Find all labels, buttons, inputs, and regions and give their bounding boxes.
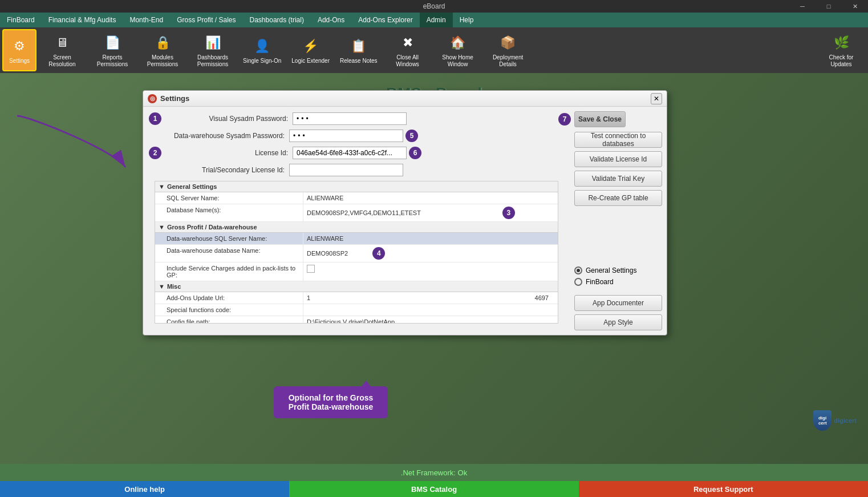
single-sign-on-label: Single Sign-On	[243, 58, 281, 64]
settings-icon: ⚙	[9, 36, 30, 56]
toolbar-close-all-windows-button[interactable]: ✖ Close All Windows	[383, 29, 432, 71]
window-title: eBoard	[423, 2, 445, 10]
toolbar-check-updates-button[interactable]: 🌿 Check for Updates	[817, 29, 866, 71]
bms-catalog-label: BMS Catalog	[411, 485, 457, 494]
menu-gross-profit[interactable]: Gross Profit / Sales	[170, 13, 242, 27]
save-close-button[interactable]: Save & Close	[574, 111, 626, 127]
menu-addons-explorer[interactable]: Add-Ons Explorer	[351, 13, 419, 27]
dashboards-permissions-icon: 📊	[202, 33, 223, 53]
license-id-row: 2 License Id: 6	[149, 147, 564, 159]
visual-password-label: Visual Sysadm Password:	[167, 115, 293, 123]
digicert-shield-icon: digicert	[813, 410, 832, 431]
service-charges-row: Include Service Charges added in pack-li…	[155, 262, 558, 281]
minimize-button[interactable]: ─	[789, 0, 816, 13]
settings-dialog: ◎ Settings ✕ 1 Visual Sysadm Password:	[143, 90, 667, 336]
trial-license-input[interactable]	[289, 164, 403, 176]
gross-profit-header: ▼ Gross Profit / Data-warehouse	[155, 222, 558, 233]
test-connection-button[interactable]: Test connection to databases	[574, 132, 662, 148]
screen-resolution-icon: 🖥	[52, 33, 72, 53]
addons-url-row: Add-Ons Update Url: 1 4697	[155, 292, 558, 304]
settings-table[interactable]: ▼ General Settings SQL Server Name: ALIE…	[155, 181, 558, 324]
badge-5: 5	[405, 130, 418, 142]
menu-dashboards[interactable]: Dashboards (trial)	[243, 13, 311, 27]
toolbar-deployment-details-button[interactable]: 📦 Deployment Details	[484, 29, 533, 71]
badge-2: 2	[149, 147, 161, 159]
release-notes-label: Release Notes	[340, 58, 378, 64]
sql-server-label: SQL Server Name:	[155, 192, 303, 204]
toolbar-screen-resolution-button[interactable]: 🖥 Screen Resolution	[38, 29, 87, 71]
online-help-button[interactable]: Online help	[0, 481, 289, 497]
special-functions-label: Special functions code:	[155, 304, 303, 316]
toolbar-release-notes-button[interactable]: 📋 Release Notes	[335, 29, 382, 71]
toolbar-reports-permissions-button[interactable]: 📄 Reports Permissions	[88, 29, 137, 71]
visual-password-row: 1 Visual Sysadm Password:	[149, 112, 564, 125]
config-path-label: Config file path:	[155, 316, 303, 324]
visual-password-input[interactable]	[293, 112, 407, 125]
tooltip-text: Optional for the Gross Profit Data-wareh…	[289, 393, 374, 411]
toolbar-dashboards-permissions-button[interactable]: 📊 Dashboards Permissions	[188, 29, 237, 71]
close-button[interactable]: ✕	[842, 0, 868, 13]
modules-permissions-label: Modules Permissions	[143, 54, 182, 68]
dw-db-label: Data-warehouse database Name:	[155, 245, 303, 262]
dw-db-row: Data-warehouse database Name: DEMO908SP2…	[155, 245, 558, 262]
dw-sql-value: ALIENWARE	[303, 233, 558, 244]
request-support-button[interactable]: Request Support	[579, 481, 868, 497]
sql-server-row: SQL Server Name: ALIENWARE	[155, 192, 558, 204]
special-functions-value	[303, 304, 558, 316]
radio-general-settings[interactable]: General Settings	[574, 266, 662, 274]
addons-url-value: 1 4697	[303, 292, 558, 304]
dw-password-label: Data-warehouse Sysadm Password:	[164, 132, 289, 140]
title-bar: eBoard ─ □ ✕	[0, 0, 868, 13]
general-settings-header: ▼ General Settings	[155, 181, 558, 192]
menu-addons[interactable]: Add-Ons	[311, 13, 351, 27]
close-all-label: Close All Windows	[388, 54, 428, 68]
service-charges-value	[303, 262, 558, 281]
badge-3: 3	[502, 207, 515, 219]
toolbar-show-home-window-button[interactable]: 🏠 Show Home Window	[433, 29, 482, 71]
dialog-buttons-panel: 7 Save & Close Test connection to databa…	[570, 107, 667, 335]
check-updates-icon: 🌿	[831, 33, 851, 53]
screen-resolution-label: Screen Resolution	[42, 54, 82, 68]
menu-help[interactable]: Help	[453, 13, 481, 27]
toolbar-logic-extender-button[interactable]: ⚡ Logic Extender	[287, 29, 334, 71]
radio-group: General Settings FinBoard	[574, 266, 662, 286]
dw-password-input[interactable]	[289, 130, 403, 142]
dialog-body: 1 Visual Sysadm Password: Data-warehouse…	[143, 107, 667, 335]
modules-permissions-icon: 🔒	[152, 33, 173, 53]
license-id-input[interactable]	[293, 147, 407, 159]
menu-financial-mfg[interactable]: Financial & Mfg Audits	[42, 13, 123, 27]
status-message: .Net Framework: Ok	[401, 468, 467, 477]
logic-extender-icon: ⚡	[301, 36, 321, 56]
dw-db-value: DEMO908SP2 4	[303, 245, 558, 262]
database-names-value: DEMO908SP2,VMFG4,DEMO11,ETEST 3	[303, 204, 558, 221]
app-documenter-button[interactable]: App Documenter	[574, 295, 662, 311]
radio-finboard-circle	[574, 278, 582, 286]
toolbar-modules-permissions-button[interactable]: 🔒 Modules Permissions	[138, 29, 187, 71]
database-names-row: Database Name(s): DEMO908SP2,VMFG4,DEMO1…	[155, 204, 558, 222]
request-support-label: Request Support	[693, 485, 753, 494]
app-style-button[interactable]: App Style	[574, 314, 662, 330]
dialog-close-button[interactable]: ✕	[651, 93, 662, 104]
trial-license-row: Trial/Secondary License Id:	[149, 164, 564, 176]
main-content: BMS-eBoard ver: 23.4.1.899 ◎ Settings ✕	[0, 73, 868, 464]
recreate-gp-button[interactable]: Re-Create GP table	[574, 190, 662, 206]
radio-finboard[interactable]: FinBoard	[574, 278, 662, 286]
menu-admin[interactable]: Admin	[420, 13, 453, 27]
check-updates-label: Check for Updates	[821, 54, 861, 68]
maximize-button[interactable]: □	[816, 0, 842, 13]
misc-header: ▼ Misc	[155, 281, 558, 292]
validate-trial-button[interactable]: Validate Trial Key	[574, 171, 662, 187]
single-sign-on-icon: 👤	[252, 36, 273, 56]
menu-finboard[interactable]: FinBoard	[0, 13, 42, 27]
bms-catalog-button[interactable]: BMS Catalog	[289, 481, 578, 497]
service-charges-checkbox[interactable]	[307, 265, 315, 273]
close-all-icon: ✖	[398, 33, 418, 53]
settings-label: Settings	[9, 58, 30, 64]
dialog-title-icon: ◎	[148, 94, 157, 103]
dialog-titlebar: ◎ Settings ✕	[143, 91, 667, 107]
online-help-label: Online help	[124, 485, 165, 494]
menu-month-end[interactable]: Month-End	[123, 13, 170, 27]
toolbar-single-sign-on-button[interactable]: 👤 Single Sign-On	[238, 29, 286, 71]
toolbar-settings-button[interactable]: ⚙ Settings	[2, 29, 36, 71]
validate-license-button[interactable]: Validate License Id	[574, 151, 662, 167]
